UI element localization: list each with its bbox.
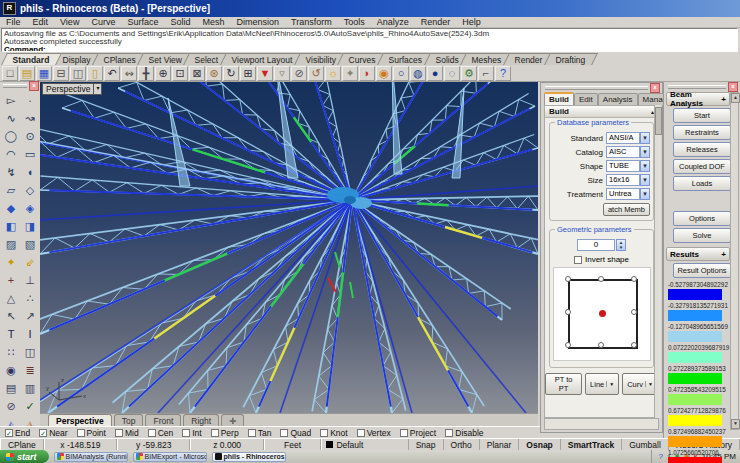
toolbar-icon[interactable]: ● xyxy=(427,66,443,81)
left-toolbar-icon[interactable]: ↗ xyxy=(21,308,39,326)
beam-analysis-button[interactable]: Solve xyxy=(673,228,731,243)
left-toolbar-icon[interactable]: ◉ xyxy=(2,362,20,380)
beam-analysis-button[interactable]: Releases xyxy=(673,142,731,157)
toolbar-icon[interactable]: ⊠ xyxy=(189,66,205,81)
expand-icon[interactable]: + xyxy=(721,250,726,259)
toolbar-icon[interactable]: ◉ xyxy=(376,66,392,81)
left-toolbar-icon[interactable]: ∴ xyxy=(21,290,39,308)
left-toolbar-icon[interactable]: ◨ xyxy=(21,218,39,236)
checkbox[interactable] xyxy=(400,429,408,437)
parameter-dropdown[interactable]: ANSI/A ▼ xyxy=(606,132,650,144)
command-history[interactable]: Autosaving file as C:\Documents and Sett… xyxy=(1,28,738,52)
toolbar-tab[interactable]: Standard xyxy=(1,53,62,65)
menu-item[interactable]: Edit xyxy=(27,17,55,27)
toolbar-icon[interactable]: ⊡ xyxy=(172,66,188,81)
left-toolbar-icon[interactable]: ∙ xyxy=(21,92,39,110)
spinner-arrows-icon[interactable]: ▲▼ xyxy=(616,239,626,251)
line-button[interactable]: Line▼ xyxy=(585,373,619,395)
osnap-option[interactable]: Tan xyxy=(248,428,272,438)
beam-analysis-button[interactable]: Coupled DOF xyxy=(673,159,731,174)
taskbar-app-button[interactable]: BIMAnalysis (Running... xyxy=(54,452,128,462)
chevron-down-icon[interactable]: ▼ xyxy=(640,188,650,200)
invert-shape-checkbox[interactable] xyxy=(574,256,582,264)
toolbar-icon[interactable]: ▤ xyxy=(19,66,35,81)
rotation-spinner-value[interactable]: 0 xyxy=(577,239,615,251)
menu-item[interactable]: Mesh xyxy=(196,17,230,27)
toolbar-icon[interactable]: ╋ xyxy=(138,66,154,81)
toolbar-icon[interactable]: ◍ xyxy=(410,66,426,81)
menu-item[interactable]: Render xyxy=(415,17,457,27)
status-toggle[interactable]: Ortho xyxy=(444,439,480,450)
toolbar-icon[interactable]: ✦ xyxy=(342,66,358,81)
checkbox[interactable] xyxy=(357,429,365,437)
left-toolbar-icon[interactable]: ✓ xyxy=(21,398,39,416)
left-toolbar-icon[interactable]: ✦ xyxy=(2,254,20,272)
checkbox[interactable] xyxy=(248,429,256,437)
chevron-down-icon[interactable]: ▼ xyxy=(640,160,650,172)
beam-analysis-button[interactable]: Start xyxy=(673,108,731,123)
toolbar-icon[interactable]: ◌ xyxy=(444,66,460,81)
menu-item[interactable]: Analyze xyxy=(371,17,415,27)
parameter-dropdown[interactable]: 16x16 ▼ xyxy=(606,174,650,186)
viewport-tab[interactable]: Front xyxy=(145,414,181,426)
toolbar-icon[interactable]: ⊕ xyxy=(155,66,171,81)
chevron-down-icon[interactable]: ▼ xyxy=(640,174,650,186)
pt-to-pt-button[interactable]: PT to PT xyxy=(545,373,582,395)
menu-item[interactable]: File xyxy=(0,17,27,27)
osnap-option[interactable]: Quad xyxy=(280,428,311,438)
osnap-option[interactable]: Disable xyxy=(445,428,483,438)
left-toolbar-icon[interactable]: ↝ xyxy=(21,110,39,128)
beam-analysis-button[interactable]: Options xyxy=(673,211,731,226)
osnap-option[interactable]: Cen xyxy=(148,428,174,438)
toolbar-icon[interactable]: ▼ xyxy=(257,66,273,81)
left-toolbar-icon[interactable]: ◫ xyxy=(21,344,39,362)
build-panel-tab[interactable]: Analysis xyxy=(598,93,638,105)
result-options-button[interactable]: Result Options xyxy=(673,263,731,278)
left-toolbar-icon[interactable]: ▱ xyxy=(2,182,20,200)
status-toggle[interactable]: Snap xyxy=(409,439,444,450)
checkbox[interactable] xyxy=(182,429,190,437)
cplane-cell[interactable]: CPlane xyxy=(0,439,44,450)
checkbox[interactable] xyxy=(115,429,123,437)
left-toolbar-icon[interactable]: T xyxy=(2,326,20,344)
left-toolbar-icon[interactable]: △ xyxy=(2,290,20,308)
checkbox[interactable] xyxy=(445,429,453,437)
close-icon[interactable]: x xyxy=(29,81,39,91)
toolbar-icon[interactable]: ◗ xyxy=(359,66,375,81)
left-toolbar-icon[interactable]: ◆ xyxy=(2,200,20,218)
left-toolbar-icon[interactable]: ▭ xyxy=(21,146,39,164)
command-prompt[interactable]: Command: xyxy=(4,46,735,52)
toolbar-icon[interactable]: ↻ xyxy=(223,66,239,81)
insertion-point-marker[interactable] xyxy=(599,310,606,317)
viewport-title[interactable]: Perspective xyxy=(42,83,94,95)
perspective-viewport[interactable]: Perspective ▾ z x y xyxy=(40,82,538,413)
status-toggle[interactable]: Osnap xyxy=(519,439,560,450)
left-toolbar-icon[interactable]: ⊥ xyxy=(21,272,39,290)
menu-item[interactable]: Tools xyxy=(338,17,371,27)
shape-preview[interactable] xyxy=(553,267,651,361)
menu-item[interactable]: View xyxy=(54,17,85,27)
osnap-option[interactable]: Mid xyxy=(115,428,139,438)
menu-item[interactable]: Dimension xyxy=(230,17,285,27)
menu-item[interactable]: Transform xyxy=(285,17,338,27)
viewport-tab[interactable]: Perspective xyxy=(48,414,112,426)
left-toolbar-icon[interactable]: ▤ xyxy=(2,380,20,398)
toolbar-icon[interactable]: ↭ xyxy=(121,66,137,81)
toolbar-icon[interactable]: ☼ xyxy=(325,66,341,81)
toolbar-icon[interactable]: ⚙ xyxy=(461,66,477,81)
checkbox[interactable] xyxy=(211,429,219,437)
menu-item[interactable]: Solid xyxy=(164,17,196,27)
toolbar-icon[interactable]: ⊛ xyxy=(206,66,222,81)
left-toolbar-icon[interactable]: ∷ xyxy=(2,344,20,362)
toolbar-icon[interactable]: ▿ xyxy=(274,66,290,81)
toolbar-icon[interactable]: □ xyxy=(2,66,18,81)
osnap-option[interactable]: Knot xyxy=(320,428,348,438)
checkbox[interactable] xyxy=(5,429,13,437)
viewport-tab[interactable]: Right xyxy=(183,414,219,426)
toolbar-icon[interactable]: ↺ xyxy=(308,66,324,81)
build-panel-tab[interactable]: Build xyxy=(544,92,574,105)
left-toolbar-icon[interactable]: + xyxy=(2,272,20,290)
left-toolbar-icon[interactable]: ◖ xyxy=(21,164,39,182)
left-toolbar-icon[interactable]: ◇ xyxy=(21,182,39,200)
osnap-option[interactable]: Near xyxy=(39,428,67,438)
